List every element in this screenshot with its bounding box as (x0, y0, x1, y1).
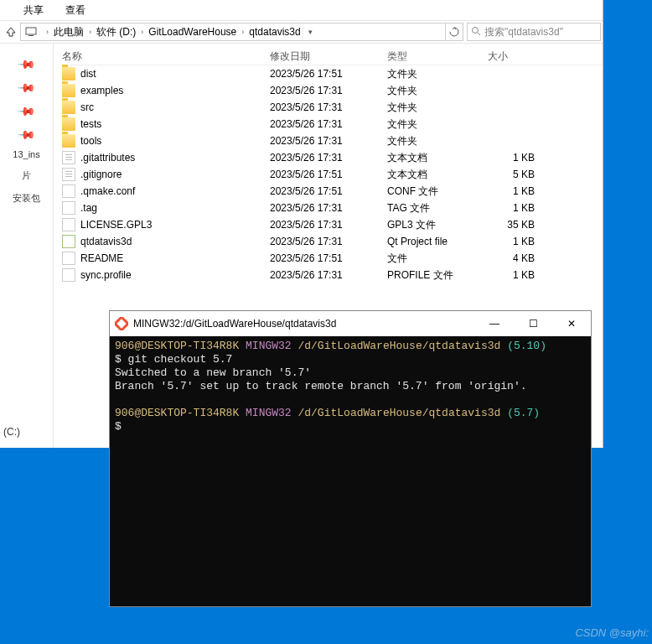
file-icon (62, 184, 75, 198)
file-type: 文件夹 (387, 84, 488, 98)
file-row[interactable]: tools2023/5/26 17:31文件夹 (62, 132, 603, 149)
terminal-titlebar[interactable]: MINGW32:/d/GitLoadWareHouse/qtdatavis3d … (110, 311, 591, 336)
file-date: 2023/5/26 17:31 (270, 85, 387, 96)
chevron-right-icon: › (89, 28, 91, 36)
folder-icon (62, 67, 75, 80)
breadcrumb-item[interactable]: qtdatavis3d (247, 26, 302, 38)
file-date: 2023/5/26 17:51 (270, 185, 387, 197)
file-type: Qt Project file (387, 236, 488, 247)
file-name: .qmake.conf (80, 185, 135, 197)
term-path: /d/GitLoadWareHouse/qtdatavis3d (298, 407, 500, 419)
term-cmd: $ git checkout 5.7 (115, 353, 586, 366)
file-row[interactable]: examples2023/5/26 17:31文件夹 (62, 82, 603, 99)
git-bash-icon (115, 317, 128, 330)
file-size: 1 KB (488, 202, 546, 214)
breadcrumb-item[interactable]: GitLoadWareHouse (147, 26, 238, 38)
file-row[interactable]: qtdatavis3d2023/5/26 17:31Qt Project fil… (62, 233, 603, 250)
file-type: 文件夹 (387, 117, 488, 132)
search-input[interactable]: 搜索"qtdatavis3d" (467, 23, 601, 41)
file-type: 文本文档 (387, 151, 488, 165)
file-date: 2023/5/26 17:51 (270, 169, 387, 180)
svg-rect-0 (26, 28, 36, 34)
terminal-title: MINGW32:/d/GitLoadWareHouse/qtdatavis3d (133, 318, 336, 330)
file-date: 2023/5/26 17:51 (270, 68, 387, 80)
sidebar-drive-label[interactable]: (C:) (0, 426, 34, 438)
sidebar-item[interactable]: 片 (0, 169, 53, 182)
sidebar-item[interactable]: 安装包 (0, 192, 53, 205)
search-placeholder: 搜索"qtdatavis3d" (484, 25, 563, 39)
folder-icon (62, 134, 75, 148)
file-name: LICENSE.GPL3 (80, 219, 152, 231)
quick-access-sidebar: 📌 📌 📌 📌 13_ins 片 安装包 (0, 44, 54, 448)
file-type: 文件夹 (387, 134, 488, 148)
column-headers: 名称 修改日期 类型 大小 (62, 44, 603, 65)
file-date: 2023/5/26 17:31 (270, 101, 387, 113)
qt-project-icon (62, 235, 75, 248)
file-row[interactable]: sync.profile2023/5/26 17:31PROFILE 文件1 K… (62, 267, 603, 283)
term-branch: (5.10) (507, 340, 546, 352)
file-name: qtdatavis3d (80, 236, 132, 247)
pc-icon (24, 25, 38, 39)
nav-up-button[interactable] (2, 23, 20, 41)
chevron-right-icon: › (46, 28, 49, 36)
breadcrumb-dropdown[interactable]: ▾ (303, 23, 318, 40)
folder-icon (62, 117, 75, 131)
term-path: /d/GitLoadWareHouse/qtdatavis3d (298, 340, 500, 352)
file-name: .gitattributes (80, 152, 135, 164)
file-row[interactable]: tests2023/5/26 17:31文件夹 (62, 116, 603, 132)
file-row[interactable]: .gitignore2023/5/26 17:51文本文档5 KB (62, 166, 603, 183)
file-date: 2023/5/26 17:31 (270, 202, 387, 214)
file-size: 1 KB (488, 269, 546, 281)
file-name: dist (80, 68, 96, 80)
svg-point-2 (473, 27, 479, 33)
file-name: tools (80, 135, 101, 147)
column-type[interactable]: 类型 (387, 49, 488, 64)
watermark: CSDN @sayhi: (575, 626, 649, 639)
file-row[interactable]: dist2023/5/26 17:51文件夹 (62, 65, 603, 82)
menu-view[interactable]: 查看 (62, 2, 89, 19)
file-date: 2023/5/26 17:31 (270, 152, 387, 164)
file-row[interactable]: .gitattributes2023/5/26 17:31文本文档1 KB (62, 149, 603, 166)
column-date[interactable]: 修改日期 (270, 49, 387, 64)
file-size: 5 KB (488, 169, 546, 180)
terminal-body[interactable]: 906@DESKTOP-TI34R8K MINGW32 /d/GitLoadWa… (110, 336, 591, 606)
file-date: 2023/5/26 17:31 (270, 219, 387, 231)
chevron-right-icon: › (241, 28, 244, 36)
term-prompt: $ (115, 420, 586, 434)
file-icon (62, 218, 75, 231)
term-user: 906@DESKTOP-TI34R8K (115, 407, 239, 419)
minimize-button[interactable]: — (475, 311, 514, 336)
close-button[interactable]: ✕ (552, 311, 591, 336)
column-size[interactable]: 大小 (488, 49, 546, 64)
refresh-button[interactable] (445, 23, 463, 41)
breadcrumb-item[interactable]: 此电脑 (52, 25, 85, 39)
chevron-right-icon: › (141, 28, 143, 36)
term-env: MINGW32 (246, 340, 292, 352)
file-date: 2023/5/26 17:31 (270, 269, 387, 281)
term-env: MINGW32 (246, 407, 292, 419)
term-user: 906@DESKTOP-TI34R8K (115, 340, 239, 352)
file-row[interactable]: README2023/5/26 17:51文件4 KB (62, 250, 603, 267)
term-branch: (5.7) (507, 407, 540, 419)
file-row[interactable]: src2023/5/26 17:31文件夹 (62, 99, 603, 116)
file-size: 4 KB (488, 252, 546, 264)
file-type: 文件 (387, 252, 488, 266)
file-size: 1 KB (488, 152, 546, 164)
file-size: 35 KB (488, 219, 546, 231)
menu-share[interactable]: 共享 (20, 2, 47, 19)
maximize-button[interactable]: ☐ (514, 311, 552, 336)
svg-rect-1 (28, 35, 34, 36)
column-name[interactable]: 名称 (62, 49, 270, 64)
sidebar-item[interactable]: 13_ins (0, 149, 53, 159)
search-icon (471, 26, 481, 39)
file-row[interactable]: LICENSE.GPL32023/5/26 17:31GPL3 文件35 KB (62, 216, 603, 233)
file-row[interactable]: .qmake.conf2023/5/26 17:51CONF 文件1 KB (62, 183, 603, 200)
file-type: TAG 文件 (387, 201, 488, 216)
breadcrumb[interactable]: › 此电脑 › 软件 (D:) › GitLoadWareHouse › qtd… (20, 23, 446, 41)
file-type: PROFILE 文件 (387, 268, 488, 283)
breadcrumb-item[interactable]: 软件 (D:) (95, 25, 137, 39)
file-name: examples (80, 85, 123, 96)
file-type: GPL3 文件 (387, 218, 488, 232)
terminal-window: MINGW32:/d/GitLoadWareHouse/qtdatavis3d … (109, 310, 592, 607)
file-row[interactable]: .tag2023/5/26 17:31TAG 文件1 KB (62, 200, 603, 216)
